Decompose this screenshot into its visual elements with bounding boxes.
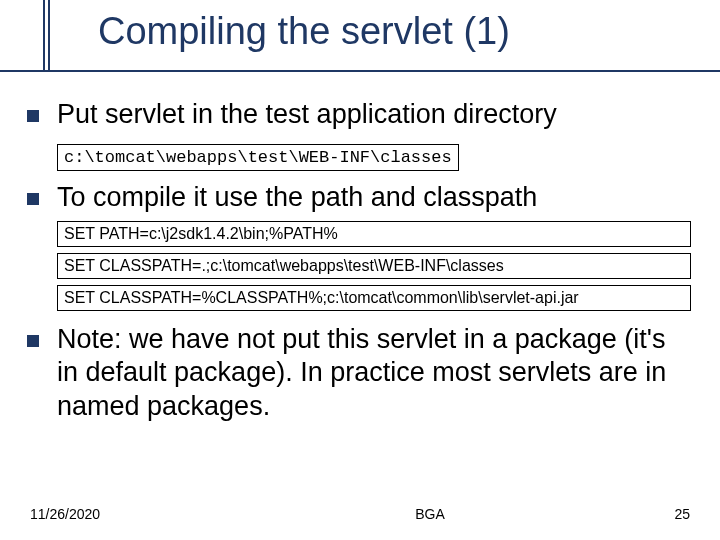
footer-page-number: 25 — [630, 506, 690, 522]
footer-center: BGA — [230, 506, 630, 522]
slide-title: Compiling the servlet (1) — [98, 10, 510, 53]
title-rule-horizontal — [0, 70, 720, 72]
bullet-text: Note: we have not put this servlet in a … — [57, 323, 691, 424]
square-bullet-icon — [27, 193, 39, 205]
title-rule-vertical-1 — [43, 0, 45, 71]
footer-date: 11/26/2020 — [30, 506, 230, 522]
bullet-item-2: To compile it use the path and classpath — [27, 181, 691, 215]
square-bullet-icon — [27, 335, 39, 347]
slide-content: Put servlet in the test application dire… — [27, 98, 691, 430]
bullet-text: Put servlet in the test application dire… — [57, 98, 557, 132]
bullet-item-3: Note: we have not put this servlet in a … — [27, 323, 691, 424]
code-box-set-path: SET PATH=c:\j2sdk1.4.2\bin;%PATH% — [57, 221, 691, 247]
code-box-set-classpath-2: SET CLASSPATH=%CLASSPATH%;c:\tomcat\comm… — [57, 285, 691, 311]
title-rule-vertical-2 — [48, 0, 50, 71]
code-box-set-classpath-1: SET CLASSPATH=.;c:\tomcat\webapps\test\W… — [57, 253, 691, 279]
bullet-text: To compile it use the path and classpath — [57, 181, 537, 215]
bullet-item-1: Put servlet in the test application dire… — [27, 98, 691, 132]
slide-footer: 11/26/2020 BGA 25 — [0, 506, 720, 522]
code-box-path-dir: c:\tomcat\webapps\test\WEB-INF\classes — [57, 144, 459, 171]
square-bullet-icon — [27, 110, 39, 122]
